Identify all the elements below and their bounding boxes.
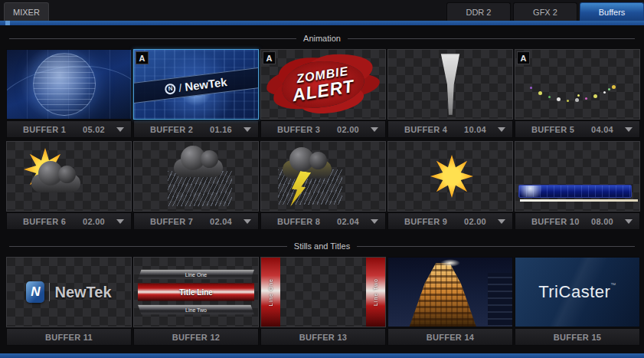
title-line-two-text: Line Two (185, 307, 207, 313)
buffer-label: BUFFER 14 (427, 333, 475, 342)
buffer-10-cell: BUFFER 10 08.00 (515, 141, 640, 230)
buffer-11-thumbnail[interactable]: N NewTek (6, 257, 132, 327)
dropdown-arrow-icon[interactable] (244, 219, 251, 224)
side-bar-left-graphic: Line One (261, 258, 280, 327)
newtek-logo-icon: N (26, 281, 44, 303)
buffer-3-label-bar[interactable]: BUFFER 3 02.00 (260, 120, 386, 138)
cloud-icon (31, 174, 80, 192)
buffer-duration: 02.00 (83, 217, 105, 226)
divider-line (357, 246, 635, 247)
buffer-2-thumbnail[interactable]: A N / NewTek (133, 49, 259, 120)
newtek-logo-icon: N (165, 83, 177, 95)
buffer-14-label-bar[interactable]: BUFFER 14 (387, 328, 513, 346)
buffer-1-label-bar[interactable]: BUFFER 1 05.02 (6, 120, 132, 138)
buffer-14-cell: BUFFER 14 (387, 257, 513, 346)
title-line-one-bar: Line One (138, 270, 254, 280)
buffer-10-label-bar[interactable]: BUFFER 10 08.00 (515, 212, 640, 230)
buffer-4-label-bar[interactable]: BUFFER 4 10.04 (387, 120, 513, 138)
tab-ddr2-label: DDR 2 (466, 8, 491, 17)
tab-gfx2[interactable]: GFX 2 (513, 2, 577, 21)
buffer-11-label-bar[interactable]: BUFFER 11 (6, 328, 132, 346)
buffer-14-thumbnail[interactable] (387, 257, 513, 327)
buffer-label: BUFFER 7 (134, 217, 193, 226)
buffer-11-cell: N NewTek BUFFER 11 (6, 257, 132, 346)
buffer-15-thumbnail[interactable]: TriCaster™ (515, 257, 640, 327)
buffer-label: BUFFER 8 (261, 217, 320, 226)
stills-grid-row: N NewTek BUFFER 11 Line One Title Line L… (0, 257, 644, 346)
dropdown-arrow-icon[interactable] (371, 127, 378, 132)
section-title: Stills and Titles (294, 241, 350, 251)
buffer-4-thumbnail[interactable] (387, 49, 513, 120)
animation-grid-row1: BUFFER 1 05.02 A N / NewTek BUFFER 2 01.… (0, 49, 644, 138)
buffer-12-label-bar[interactable]: BUFFER 12 (133, 328, 259, 346)
buffer-7-label-bar[interactable]: BUFFER 7 02.04 (133, 212, 259, 230)
buffer-13-thumbnail[interactable]: Line One Line Two (260, 257, 386, 327)
autoplay-badge: A (263, 51, 276, 64)
buffer-3-thumbnail[interactable]: A ZOMBIE ALERT (260, 49, 386, 120)
buffer-8-thumbnail[interactable] (260, 141, 386, 212)
section-title: Animation (303, 34, 341, 43)
dropdown-arrow-icon[interactable] (625, 127, 633, 132)
buffer-label: BUFFER 2 (134, 125, 193, 134)
buffer-15-label-bar[interactable]: BUFFER 15 (515, 328, 640, 346)
buffer-13-label-bar[interactable]: BUFFER 13 (260, 328, 386, 346)
buffer-label: BUFFER 6 (7, 217, 66, 226)
buffer-label: BUFFER 4 (388, 125, 447, 134)
buffer-7-cell: BUFFER 7 02.04 (133, 141, 259, 230)
title-main-bar: Title Line (138, 284, 254, 301)
buffer-9-label-bar[interactable]: BUFFER 9 02.00 (387, 212, 513, 230)
trademark-symbol: ™ (610, 282, 616, 287)
buffer-12-thumbnail[interactable]: Line One Title Line Line Two (133, 257, 259, 327)
tab-buffers[interactable]: Buffers (580, 2, 644, 21)
buffer-duration: 02.00 (337, 125, 359, 134)
globe-graphic (33, 53, 96, 116)
buffer-label: BUFFER 10 (515, 217, 580, 226)
buffer-5-thumbnail[interactable]: A (515, 49, 640, 120)
buffer-1-cell: BUFFER 1 05.02 (6, 49, 132, 138)
buffer-6-thumbnail[interactable] (6, 141, 132, 212)
buffer-5-label-bar[interactable]: BUFFER 5 04.04 (515, 120, 640, 138)
dropdown-arrow-icon[interactable] (625, 219, 633, 224)
dropdown-arrow-icon[interactable] (116, 127, 124, 132)
tab-gfx2-label: GFX 2 (533, 8, 557, 17)
side-bar-right-text: Line Two (373, 278, 378, 306)
lower-third-underline (520, 199, 638, 202)
dropdown-arrow-icon[interactable] (244, 127, 251, 132)
buffer-13-cell: Line One Line Two BUFFER 13 (260, 257, 386, 346)
dropdown-arrow-icon[interactable] (116, 219, 124, 224)
buffer-2-label-bar[interactable]: BUFFER 2 01.16 (133, 120, 259, 138)
dropdown-arrow-icon[interactable] (498, 127, 505, 132)
buffer-label: BUFFER 5 (515, 125, 574, 134)
dropdown-arrow-icon[interactable] (498, 219, 505, 224)
buffer-1-thumbnail[interactable] (6, 49, 132, 120)
title-main-text: Title Line (179, 288, 213, 297)
buffer-label: BUFFER 3 (261, 125, 320, 134)
buffer-duration: 04.04 (591, 125, 613, 134)
buffer-8-label-bar[interactable]: BUFFER 8 02.04 (260, 212, 386, 230)
newtek-title-band: N / NewTek (133, 67, 259, 103)
accent-bar-notch (5, 21, 10, 25)
bottom-accent-bar (0, 353, 644, 358)
buffer-9-thumbnail[interactable] (387, 141, 513, 212)
dropdown-arrow-icon[interactable] (371, 219, 378, 224)
buffer-duration: 02.04 (210, 217, 232, 226)
buffer-label: BUFFER 9 (388, 217, 447, 226)
buffer-10-thumbnail[interactable] (515, 141, 640, 212)
buffer-duration: 08.00 (591, 217, 613, 226)
title-line-one-text: Line One (185, 272, 207, 278)
buffer-5-cell: A BUFFER 5 04.04 (515, 49, 640, 138)
buffer-label: BUFFER 11 (45, 333, 93, 342)
mixer-tab[interactable]: MIXER (4, 2, 49, 21)
buffer-3-cell: A ZOMBIE ALERT BUFFER 3 02.00 (260, 49, 386, 138)
divider-line (9, 38, 296, 39)
title-line-two-bar: Line Two (138, 305, 254, 315)
buffer-7-thumbnail[interactable] (133, 141, 259, 212)
buffer-duration: 10.04 (464, 125, 486, 134)
newtek-logo-text: NewTek (54, 284, 111, 301)
newtek-slash: / (178, 81, 182, 94)
buffer-6-label-bar[interactable]: BUFFER 6 02.00 (6, 212, 132, 230)
tab-ddr2[interactable]: DDR 2 (446, 2, 511, 21)
buffer-duration: 02.00 (464, 217, 486, 226)
divider-line (348, 38, 635, 39)
building-spotlight-glow (440, 259, 460, 267)
